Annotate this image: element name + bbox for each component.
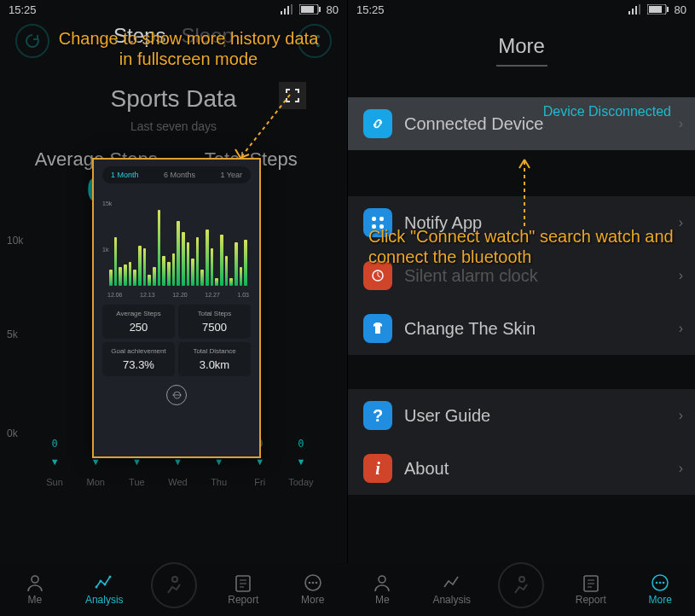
- bottom-nav: Me Analysis Report More Me Analysis Repo…: [0, 563, 695, 616]
- title-underline: [496, 65, 547, 67]
- connected-device-label: Connected Device: [404, 114, 543, 134]
- status-bar: 15:25 80: [348, 0, 695, 19]
- fullscreen-button[interactable]: [279, 82, 306, 109]
- user-guide-item[interactable]: ? User Guide ›: [348, 389, 695, 442]
- nav-report[interactable]: Report: [209, 563, 279, 616]
- svg-point-25: [104, 584, 107, 586]
- month-bar-chart: 15k 1k 12.06 12.13 12.20 12.27 1.03: [102, 195, 251, 298]
- nav-more[interactable]: More: [278, 563, 348, 616]
- silent-alarm-label: Silent alarm clock: [404, 266, 538, 286]
- chevron-right-icon: ›: [679, 461, 683, 476]
- y-0k: 0k: [7, 427, 18, 439]
- chevron-right-icon: ›: [679, 408, 683, 423]
- link-icon: [363, 109, 392, 138]
- svg-rect-12: [635, 6, 637, 15]
- y-15k: 15k: [102, 200, 112, 206]
- nav-fab[interactable]: [139, 563, 209, 616]
- range-6months[interactable]: 6 Months: [164, 171, 195, 179]
- svg-rect-2: [287, 6, 289, 15]
- stat-total-steps: Total Steps7500: [178, 305, 251, 339]
- chart-bars: [109, 210, 247, 286]
- nav-fab-r[interactable]: [487, 563, 557, 616]
- svg-rect-0: [281, 11, 282, 15]
- battery-icon: [647, 4, 669, 15]
- connected-device-item[interactable]: Connected Device Device Disconnected ›: [348, 97, 695, 150]
- stat-goal: Goal achievement73.3%: [102, 342, 175, 376]
- svg-point-22: [32, 576, 38, 583]
- about-item[interactable]: i About ›: [348, 442, 695, 495]
- nav-me-r[interactable]: Me: [348, 563, 418, 616]
- rotate-button[interactable]: ⦵: [166, 385, 187, 405]
- runner-icon: [151, 562, 197, 608]
- svg-point-35: [656, 582, 658, 584]
- svg-rect-18: [379, 217, 384, 221]
- help-icon: ?: [363, 401, 392, 430]
- nav-report-r[interactable]: Report: [556, 563, 626, 616]
- svg-rect-6: [319, 7, 321, 12]
- svg-point-32: [379, 576, 385, 583]
- screen-title: Sports Data: [0, 85, 347, 113]
- nav-more-r[interactable]: More: [626, 563, 696, 616]
- page-title: More: [348, 34, 695, 58]
- subtitle: Last seven days: [0, 119, 347, 133]
- nav-analysis-r[interactable]: Analysis: [417, 563, 487, 616]
- svg-rect-16: [667, 7, 669, 12]
- svg-point-31: [315, 582, 317, 584]
- chevron-right-icon: ›: [679, 268, 683, 283]
- svg-rect-17: [372, 217, 376, 221]
- stats-grid: Average Steps250 Total Steps7500 Goal ac…: [102, 305, 251, 376]
- svg-point-36: [659, 582, 662, 584]
- svg-point-24: [100, 580, 102, 583]
- change-skin-item[interactable]: Change The Skin ›: [348, 302, 695, 355]
- svg-point-37: [663, 582, 665, 584]
- svg-rect-10: [628, 11, 630, 15]
- range-1year[interactable]: 1 Year: [220, 171, 242, 179]
- signal-icon: [281, 4, 294, 15]
- status-time: 15:25: [356, 3, 385, 16]
- svg-rect-3: [291, 4, 292, 15]
- svg-rect-13: [639, 4, 640, 15]
- svg-rect-11: [632, 9, 634, 15]
- x-ticks: 12.06 12.13 12.20 12.27 1.03: [107, 292, 249, 298]
- chevron-right-icon: ›: [679, 321, 683, 336]
- annotation-connect: Click "Connect watch" search watch and c…: [368, 226, 684, 267]
- battery-pct: 80: [675, 3, 686, 16]
- y-1k: 1k: [102, 247, 108, 253]
- range-selector[interactable]: 1 Month 6 Months 1 Year: [102, 166, 251, 183]
- refresh-button[interactable]: [15, 24, 49, 58]
- history-popup: 1 Month 6 Months 1 Year 15k 1k 12.06 12.…: [92, 158, 261, 458]
- more-screen: 15:25 80 More Connected Device Device Di…: [348, 0, 695, 563]
- about-label: About: [404, 459, 449, 479]
- battery-pct: 80: [327, 3, 339, 16]
- device-status: Device Disconnected: [543, 104, 671, 119]
- change-skin-label: Change The Skin: [404, 319, 536, 339]
- range-1month[interactable]: 1 Month: [111, 171, 139, 179]
- svg-point-29: [308, 582, 310, 584]
- y-10k: 10k: [7, 235, 23, 247]
- user-guide-label: User Guide: [404, 406, 490, 426]
- svg-rect-5: [301, 6, 314, 13]
- nav-me[interactable]: Me: [0, 563, 70, 616]
- stat-avg-steps: Average Steps250: [102, 305, 175, 339]
- chevron-right-icon: ›: [679, 116, 683, 131]
- info-icon: i: [363, 454, 392, 483]
- svg-rect-1: [284, 9, 286, 15]
- battery-icon: [299, 4, 321, 15]
- svg-rect-15: [649, 6, 662, 13]
- y-5k: 5k: [7, 328, 18, 340]
- shirt-icon: [363, 314, 392, 343]
- runner-icon: [498, 562, 544, 608]
- stat-distance: Total Distance3.0km: [178, 342, 251, 376]
- status-bar: 15:25 80: [0, 0, 347, 19]
- x-day-row: SunMonTueWedThuFriToday: [34, 477, 321, 487]
- status-time: 15:25: [9, 3, 37, 16]
- svg-point-30: [311, 582, 314, 584]
- annotation-fullscreen: Change to show more history data in full…: [56, 28, 321, 69]
- svg-point-23: [96, 586, 98, 589]
- svg-point-26: [109, 576, 112, 578]
- nav-analysis[interactable]: Analysis: [70, 563, 140, 616]
- signal-icon: [628, 4, 642, 15]
